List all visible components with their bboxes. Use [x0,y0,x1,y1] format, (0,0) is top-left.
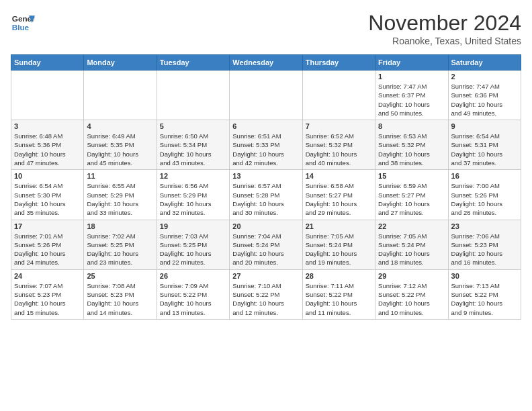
calendar-header-row: SundayMondayTuesdayWednesdayThursdayFrid… [11,55,521,71]
calendar-day-cell: 2Sunrise: 7:47 AM Sunset: 6:36 PM Daylig… [448,71,521,120]
day-number: 6 [232,122,299,130]
day-detail: Sunrise: 7:47 AM Sunset: 6:37 PM Dayligh… [378,82,445,118]
calendar-week-row: 24Sunrise: 7:07 AM Sunset: 5:23 PM Dayli… [11,269,521,319]
day-number: 26 [160,272,226,280]
calendar-day-cell: 22Sunrise: 7:05 AM Sunset: 5:24 PM Dayli… [375,220,448,269]
day-number: 2 [451,73,518,81]
day-number: 14 [306,172,372,180]
day-number: 13 [232,172,299,180]
day-number: 1 [378,73,445,81]
day-detail: Sunrise: 7:02 AM Sunset: 5:25 PM Dayligh… [87,232,153,267]
month-title: November 2024 [368,11,521,36]
calendar-day-cell: 28Sunrise: 7:11 AM Sunset: 5:22 PM Dayli… [302,269,375,319]
calendar-day-cell: 29Sunrise: 7:12 AM Sunset: 5:22 PM Dayli… [375,269,448,319]
logo-icon: General Blue [11,11,35,35]
calendar-day-cell: 12Sunrise: 6:56 AM Sunset: 5:29 PM Dayli… [157,170,229,220]
day-number: 24 [14,272,81,280]
day-detail: Sunrise: 7:01 AM Sunset: 5:26 PM Dayligh… [14,232,81,267]
day-of-week-header: Friday [375,55,448,71]
day-number: 23 [451,222,518,230]
day-detail: Sunrise: 6:59 AM Sunset: 5:27 PM Dayligh… [378,181,445,217]
svg-text:Blue: Blue [12,23,30,32]
calendar-day-cell: 19Sunrise: 7:03 AM Sunset: 5:25 PM Dayli… [157,220,229,269]
day-detail: Sunrise: 7:07 AM Sunset: 5:23 PM Dayligh… [14,281,81,317]
day-detail: Sunrise: 7:00 AM Sunset: 5:26 PM Dayligh… [451,181,518,217]
day-detail: Sunrise: 6:58 AM Sunset: 5:27 PM Dayligh… [306,181,372,217]
day-detail: Sunrise: 7:05 AM Sunset: 5:24 PM Dayligh… [306,232,372,267]
day-number: 20 [232,222,299,230]
title-block: November 2024 Roanoke, Texas, United Sta… [368,11,521,46]
day-of-week-header: Tuesday [157,55,229,71]
day-detail: Sunrise: 7:08 AM Sunset: 5:23 PM Dayligh… [87,281,153,317]
day-detail: Sunrise: 7:10 AM Sunset: 5:22 PM Dayligh… [232,281,299,317]
day-detail: Sunrise: 6:54 AM Sunset: 5:31 PM Dayligh… [451,132,518,167]
day-number: 21 [306,222,372,230]
calendar-day-cell: 9Sunrise: 6:54 AM Sunset: 5:31 PM Daylig… [448,120,521,170]
day-number: 12 [160,172,226,180]
calendar-day-cell: 13Sunrise: 6:57 AM Sunset: 5:28 PM Dayli… [230,170,302,220]
day-detail: Sunrise: 6:54 AM Sunset: 5:30 PM Dayligh… [14,181,81,217]
calendar-day-cell: 21Sunrise: 7:05 AM Sunset: 5:24 PM Dayli… [302,220,375,269]
day-number: 16 [451,172,518,180]
day-number: 4 [87,122,153,130]
day-detail: Sunrise: 6:53 AM Sunset: 5:32 PM Dayligh… [378,132,445,167]
calendar-day-cell: 8Sunrise: 6:53 AM Sunset: 5:32 PM Daylig… [375,120,448,170]
calendar-day-cell: 20Sunrise: 7:04 AM Sunset: 5:24 PM Dayli… [230,220,302,269]
day-number: 19 [160,222,226,230]
calendar-week-row: 17Sunrise: 7:01 AM Sunset: 5:26 PM Dayli… [11,220,521,269]
day-detail: Sunrise: 7:04 AM Sunset: 5:24 PM Dayligh… [232,232,299,267]
day-detail: Sunrise: 7:47 AM Sunset: 6:36 PM Dayligh… [451,82,518,118]
day-number: 27 [232,272,299,280]
calendar-day-cell [84,71,157,120]
calendar-day-cell: 4Sunrise: 6:49 AM Sunset: 5:35 PM Daylig… [84,120,157,170]
day-detail: Sunrise: 6:52 AM Sunset: 5:32 PM Dayligh… [306,132,372,167]
calendar-day-cell: 27Sunrise: 7:10 AM Sunset: 5:22 PM Dayli… [230,269,302,319]
calendar-day-cell: 7Sunrise: 6:52 AM Sunset: 5:32 PM Daylig… [302,120,375,170]
day-number: 25 [87,272,153,280]
calendar-day-cell: 15Sunrise: 6:59 AM Sunset: 5:27 PM Dayli… [375,170,448,220]
day-number: 11 [87,172,153,180]
calendar-day-cell: 10Sunrise: 6:54 AM Sunset: 5:30 PM Dayli… [11,170,84,220]
day-number: 18 [87,222,153,230]
day-number: 8 [378,122,445,130]
day-number: 28 [306,272,372,280]
calendar-day-cell: 6Sunrise: 6:51 AM Sunset: 5:33 PM Daylig… [230,120,302,170]
calendar-day-cell: 30Sunrise: 7:13 AM Sunset: 5:22 PM Dayli… [448,269,521,319]
day-number: 15 [378,172,445,180]
calendar-day-cell: 14Sunrise: 6:58 AM Sunset: 5:27 PM Dayli… [302,170,375,220]
day-number: 17 [14,222,81,230]
day-detail: Sunrise: 7:03 AM Sunset: 5:25 PM Dayligh… [160,232,226,267]
location: Roanoke, Texas, United States [368,36,521,46]
day-number: 7 [306,122,372,130]
day-detail: Sunrise: 6:48 AM Sunset: 5:36 PM Dayligh… [14,132,81,167]
day-detail: Sunrise: 6:51 AM Sunset: 5:33 PM Dayligh… [232,132,299,167]
calendar-day-cell: 24Sunrise: 7:07 AM Sunset: 5:23 PM Dayli… [11,269,84,319]
calendar-table: SundayMondayTuesdayWednesdayThursdayFrid… [11,54,521,320]
calendar-day-cell: 23Sunrise: 7:06 AM Sunset: 5:23 PM Dayli… [448,220,521,269]
calendar-day-cell: 3Sunrise: 6:48 AM Sunset: 5:36 PM Daylig… [11,120,84,170]
calendar-day-cell [157,71,229,120]
day-of-week-header: Wednesday [230,55,302,71]
day-of-week-header: Monday [84,55,157,71]
calendar-week-row: 1Sunrise: 7:47 AM Sunset: 6:37 PM Daylig… [11,71,521,120]
day-detail: Sunrise: 7:11 AM Sunset: 5:22 PM Dayligh… [306,281,372,317]
calendar-day-cell: 16Sunrise: 7:00 AM Sunset: 5:26 PM Dayli… [448,170,521,220]
day-detail: Sunrise: 6:55 AM Sunset: 5:29 PM Dayligh… [87,181,153,217]
day-of-week-header: Thursday [302,55,375,71]
day-number: 29 [378,272,445,280]
calendar-day-cell: 1Sunrise: 7:47 AM Sunset: 6:37 PM Daylig… [375,71,448,120]
day-number: 30 [451,272,518,280]
day-of-week-header: Saturday [448,55,521,71]
calendar-day-cell: 25Sunrise: 7:08 AM Sunset: 5:23 PM Dayli… [84,269,157,319]
day-detail: Sunrise: 7:06 AM Sunset: 5:23 PM Dayligh… [451,232,518,267]
day-detail: Sunrise: 7:13 AM Sunset: 5:22 PM Dayligh… [451,281,518,317]
day-detail: Sunrise: 6:57 AM Sunset: 5:28 PM Dayligh… [232,181,299,217]
day-number: 3 [14,122,81,130]
day-detail: Sunrise: 7:12 AM Sunset: 5:22 PM Dayligh… [378,281,445,317]
day-detail: Sunrise: 6:50 AM Sunset: 5:34 PM Dayligh… [160,132,226,167]
day-detail: Sunrise: 7:09 AM Sunset: 5:22 PM Dayligh… [160,281,226,317]
day-number: 10 [14,172,81,180]
calendar-day-cell: 26Sunrise: 7:09 AM Sunset: 5:22 PM Dayli… [157,269,229,319]
day-detail: Sunrise: 6:56 AM Sunset: 5:29 PM Dayligh… [160,181,226,217]
day-number: 22 [378,222,445,230]
